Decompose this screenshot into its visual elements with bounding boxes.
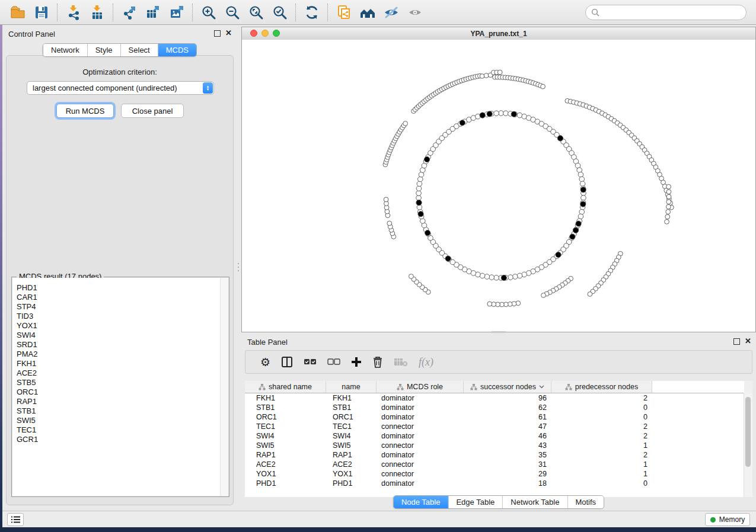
table-row[interactable]: STB1STB1dominator620 xyxy=(245,403,752,412)
list-item[interactable]: STB5 xyxy=(17,378,228,387)
tab-network[interactable]: Network xyxy=(43,44,88,56)
sitemap-icon xyxy=(259,384,266,390)
table-cell: 1 xyxy=(551,460,652,469)
open-session-icon[interactable] xyxy=(9,4,27,21)
deselect-all-icon[interactable] xyxy=(327,358,340,366)
table-cell: ACE2 xyxy=(245,460,326,469)
select-all-icon[interactable] xyxy=(304,358,317,366)
table-row[interactable]: ACE2ACE2connector311 xyxy=(245,460,752,469)
zoom-selected-icon[interactable] xyxy=(271,4,289,21)
network-canvas[interactable] xyxy=(242,40,755,332)
list-item[interactable]: PMA2 xyxy=(17,350,228,359)
scrollbar-thumb[interactable] xyxy=(745,397,751,467)
export-table-icon[interactable] xyxy=(144,4,162,21)
close-window-icon[interactable] xyxy=(250,30,257,37)
list-item[interactable]: SWI4 xyxy=(17,331,228,340)
add-row-icon[interactable] xyxy=(351,357,362,367)
list-item[interactable]: ORC1 xyxy=(17,387,228,397)
table-cell: dominator xyxy=(377,394,464,402)
table-body: FKH1FKH1dominator962STB1STB1dominator620… xyxy=(245,393,752,488)
table-row[interactable]: ORC1ORC1dominator610 xyxy=(245,412,752,422)
export-image-icon[interactable] xyxy=(168,4,186,21)
splitter-handle[interactable] xyxy=(238,263,239,271)
float-panel-icon[interactable] xyxy=(733,338,740,345)
tab-style[interactable]: Style xyxy=(88,44,121,56)
minimize-window-icon[interactable] xyxy=(261,30,269,37)
table-cell: dominator xyxy=(377,479,464,488)
tab-motifs[interactable]: Motifs xyxy=(567,496,604,508)
run-mcds-button[interactable]: Run MCDS xyxy=(56,104,114,118)
table-cell: PHD1 xyxy=(245,479,326,488)
list-item[interactable]: STB1 xyxy=(17,406,228,416)
table-cell: dominator xyxy=(377,413,464,421)
list-item[interactable]: TID3 xyxy=(17,312,228,321)
list-item[interactable]: CAR1 xyxy=(17,293,228,302)
list-item[interactable]: SWI5 xyxy=(17,416,228,425)
float-panel-icon[interactable] xyxy=(214,30,221,37)
import-table-icon[interactable] xyxy=(88,4,106,21)
panel-list-button[interactable] xyxy=(7,513,24,526)
table-scrollbar[interactable] xyxy=(744,393,752,497)
toolbar-separator xyxy=(295,4,296,21)
list-item[interactable]: RAP1 xyxy=(17,397,228,406)
list-item[interactable]: SRD1 xyxy=(17,340,228,350)
table-cell: 29 xyxy=(464,470,551,478)
import-network-icon[interactable] xyxy=(65,4,82,21)
delete-row-icon[interactable] xyxy=(372,356,383,368)
table-row[interactable]: RAP1RAP1dominator352 xyxy=(245,450,752,460)
column-header-name[interactable]: name xyxy=(326,381,377,393)
search-input[interactable] xyxy=(602,8,746,18)
column-header-shared-name[interactable]: shared name xyxy=(245,381,326,393)
table-cell: 61 xyxy=(464,413,551,421)
zoom-out-icon[interactable] xyxy=(224,4,241,21)
table-cell: SWI5 xyxy=(245,441,326,450)
list-item[interactable]: TEC1 xyxy=(17,425,228,435)
table-cell: FKH1 xyxy=(245,394,326,402)
mcds-list-scrollbar[interactable] xyxy=(220,278,228,496)
list-item[interactable]: FKH1 xyxy=(17,359,228,368)
zoom-fit-icon[interactable] xyxy=(247,4,265,21)
table-row[interactable]: YOX1YOX1connector291 xyxy=(245,469,752,479)
table-row[interactable]: SWI4SWI4dominator462 xyxy=(245,431,752,441)
memory-button[interactable]: Memory xyxy=(705,513,750,526)
column-header-mcds-role[interactable]: MCDS role xyxy=(377,381,464,393)
table-cell: STB1 xyxy=(245,403,326,412)
list-item[interactable]: GCR1 xyxy=(17,435,228,444)
show-all-icon[interactable] xyxy=(406,4,424,21)
settings-icon[interactable]: ⚙ xyxy=(260,355,270,369)
maximize-window-icon[interactable] xyxy=(273,30,280,37)
close-panel-icon[interactable]: ✕ xyxy=(745,338,751,345)
table-cell: 1 xyxy=(551,470,652,478)
list-item[interactable]: STP4 xyxy=(17,302,228,312)
hide-selected-icon[interactable] xyxy=(382,4,400,21)
tab-node-table[interactable]: Node Table xyxy=(394,496,449,508)
reapply-layout-icon[interactable] xyxy=(303,4,321,21)
table-row[interactable]: TEC1TEC1connector472 xyxy=(245,422,752,431)
show-columns-icon[interactable] xyxy=(281,356,293,368)
list-item[interactable]: ACE2 xyxy=(17,368,228,378)
tab-network-table[interactable]: Network Table xyxy=(503,496,567,508)
column-header-predecessor-nodes[interactable]: predecessor nodes xyxy=(551,381,652,393)
zoom-in-icon[interactable] xyxy=(200,4,218,21)
tab-select[interactable]: Select xyxy=(121,44,158,56)
first-neighbors-icon[interactable] xyxy=(359,4,377,21)
column-header-successor-nodes[interactable]: successor nodes xyxy=(464,381,551,393)
export-network-icon[interactable] xyxy=(120,4,138,21)
table-cell: SWI5 xyxy=(326,441,377,450)
clone-network-icon[interactable] xyxy=(335,4,353,21)
table-row[interactable]: SWI5SWI5connector431 xyxy=(245,441,752,450)
close-panel-icon[interactable]: ✕ xyxy=(225,30,232,37)
criterion-dropdown[interactable]: largest connected component (undirected)… xyxy=(27,81,214,95)
close-panel-button[interactable]: Close panel xyxy=(121,104,184,118)
network-title: YPA_prune.txt_1 xyxy=(470,30,527,38)
splitter-handle[interactable] xyxy=(491,331,506,333)
tab-mcds[interactable]: MCDS xyxy=(158,44,196,56)
network-titlebar[interactable]: YPA_prune.txt_1 xyxy=(242,27,755,40)
list-item[interactable]: YOX1 xyxy=(17,321,228,331)
table-row[interactable]: FKH1FKH1dominator962 xyxy=(245,393,752,403)
list-item[interactable]: PHD1 xyxy=(17,283,228,293)
table-cell: 2 xyxy=(551,451,652,459)
tab-edge-table[interactable]: Edge Table xyxy=(448,496,503,508)
save-session-icon[interactable] xyxy=(33,4,50,21)
table-row[interactable]: PHD1PHD1dominator180 xyxy=(245,479,752,488)
